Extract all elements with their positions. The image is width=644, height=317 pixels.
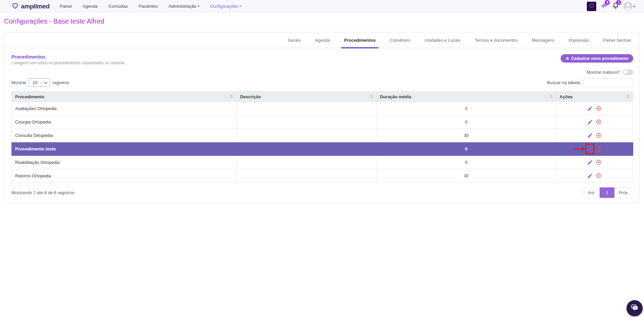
column-header-acoes[interactable]: Ações⇅ xyxy=(556,92,633,102)
table-row-highlighted: Procedimento teste 0 xyxy=(12,142,633,156)
description-cell xyxy=(236,156,376,169)
edit-pencil-icon[interactable] xyxy=(587,160,593,165)
show-inactive-label: Mostrar inativos? xyxy=(586,70,620,75)
procedure-name-cell: Retorno Ortopedia xyxy=(12,169,237,183)
edit-pencil-icon[interactable] xyxy=(587,106,593,111)
settings-card: Gerais Agenda Procedimentos Convênios Un… xyxy=(4,32,640,203)
brand-logo[interactable]: amplimed xyxy=(11,2,50,11)
deactivate-arrow-icon[interactable] xyxy=(596,146,602,152)
column-header-procedimento[interactable]: Procedimento⇅ xyxy=(12,92,237,102)
records-label: registros xyxy=(52,80,69,85)
user-menu[interactable]: ▾ xyxy=(623,2,635,11)
heart-icon xyxy=(589,3,595,10)
actions-cell xyxy=(556,169,633,183)
announcements-badge: 9 xyxy=(605,0,610,5)
sort-icon: ⇅ xyxy=(230,94,233,99)
sort-icon: ⇅ xyxy=(549,94,553,99)
duration-cell: 0 xyxy=(376,142,556,156)
actions-cell xyxy=(556,142,633,156)
edit-pencil-icon[interactable] xyxy=(587,146,593,152)
nav-item-painel[interactable]: Painel xyxy=(60,4,72,9)
column-header-descricao[interactable]: Descrição⇅ xyxy=(236,92,376,102)
section-subtitle: Listagem com todos os procedimentos cada… xyxy=(11,61,125,65)
description-cell xyxy=(236,115,376,129)
nav-item-configuracoes[interactable]: Configurações▾ xyxy=(210,4,241,9)
annotation-highlight-box xyxy=(587,146,593,152)
procedures-table: Procedimento⇅ Descrição⇅ Duração média⇅ … xyxy=(11,91,633,183)
avatar xyxy=(623,2,633,11)
tab-convenios[interactable]: Convênios xyxy=(389,32,411,48)
page-size-label: Mostrar xyxy=(11,80,26,85)
records-summary: Mostrando 1 até 6 de 6 registros xyxy=(11,190,74,195)
duration-cell: 30 xyxy=(376,169,556,183)
notifications-badge: 1 xyxy=(616,0,621,5)
tab-gerais[interactable]: Gerais xyxy=(287,32,301,48)
procedure-name-cell: Avaliações Ortopedia xyxy=(12,102,237,115)
description-cell xyxy=(236,129,376,142)
tab-agenda[interactable]: Agenda xyxy=(314,32,331,48)
chevron-down-icon: ▾ xyxy=(198,5,199,8)
annotation-arrow xyxy=(573,148,582,149)
actions-cell xyxy=(556,156,633,169)
pagination-next-button[interactable]: Próx. xyxy=(614,187,633,198)
top-navbar: amplimed Painel Agenda Consultas Pacient… xyxy=(0,0,644,13)
deactivate-arrow-icon[interactable] xyxy=(596,160,602,165)
toggle-knob xyxy=(623,70,628,74)
tab-impressao[interactable]: Impressão xyxy=(568,32,590,48)
sort-icon: ⇅ xyxy=(626,94,630,99)
nav-item-consultas[interactable]: Consultas xyxy=(108,4,128,9)
deactivate-arrow-icon[interactable] xyxy=(596,133,602,138)
edit-pencil-icon[interactable] xyxy=(587,119,593,125)
table-search-input[interactable] xyxy=(583,78,633,87)
procedure-name-cell: Procedimento teste xyxy=(12,142,237,156)
table-row: Cirurgia Ortopedia 0 xyxy=(12,115,633,129)
tab-painel-senhas[interactable]: Painel Senhas xyxy=(602,32,632,48)
tab-unidades-e-locais[interactable]: Unidades e Locais xyxy=(424,32,461,48)
procedure-name-cell: Consulta Ortopedia xyxy=(12,129,237,142)
chevron-down-icon: ▾ xyxy=(633,5,635,8)
actions-cell xyxy=(556,115,633,129)
pagination: Ant. 1 Próx. xyxy=(583,187,633,198)
show-inactive-toggle[interactable] xyxy=(623,69,633,75)
nav-item-administracao[interactable]: Administração▾ xyxy=(168,4,199,9)
edit-pencil-icon[interactable] xyxy=(587,173,593,179)
duration-cell: 0 xyxy=(376,102,556,115)
pagination-page-1[interactable]: 1 xyxy=(600,187,614,198)
section-title: Procedimentos xyxy=(11,54,125,60)
duration-cell: 30 xyxy=(376,129,556,142)
notifications-button[interactable]: 1 xyxy=(612,2,619,10)
chevron-down-icon xyxy=(44,80,47,85)
pagination-prev-button[interactable]: Ant. xyxy=(584,187,600,198)
nav-item-agenda[interactable]: Agenda xyxy=(83,4,98,9)
chevron-down-icon: ▾ xyxy=(239,5,241,8)
description-cell xyxy=(236,102,376,115)
deactivate-arrow-icon[interactable] xyxy=(596,173,602,179)
navbar-right-cluster: 9 1 ▾ xyxy=(587,2,635,11)
procedure-name-cell: Reabilitação Ortopedia xyxy=(12,156,237,169)
chat-support-button[interactable] xyxy=(627,300,643,316)
description-cell xyxy=(236,169,376,183)
deactivate-arrow-icon[interactable] xyxy=(596,119,602,125)
tab-procedimentos[interactable]: Procedimentos xyxy=(343,32,376,48)
page-size-select[interactable]: 10 xyxy=(29,78,50,87)
tab-mensagens[interactable]: Mensagens xyxy=(531,32,555,48)
amplimed-app-tile[interactable] xyxy=(587,2,596,11)
table-row: Reabilitação Ortopedia 0 xyxy=(12,156,633,169)
actions-cell xyxy=(556,102,633,115)
column-header-duracao-media[interactable]: Duração média⇅ xyxy=(376,92,556,102)
actions-cell xyxy=(556,129,633,142)
heart-icon xyxy=(11,2,19,11)
tab-termos-e-documentos[interactable]: Termos e documentos xyxy=(474,32,518,48)
page-title: Configurações - Base teste Alfred xyxy=(4,17,644,25)
plus-circle-icon: ⊕ xyxy=(565,56,569,61)
announcements-button[interactable]: 9 xyxy=(601,2,608,10)
main-nav: Painel Agenda Consultas Pacientes Admini… xyxy=(60,4,241,9)
nav-item-pacientes[interactable]: Pacientes xyxy=(139,4,158,9)
deactivate-arrow-icon[interactable] xyxy=(596,106,602,111)
edit-pencil-icon[interactable] xyxy=(587,133,593,138)
add-procedure-button[interactable]: ⊕ Cadastrar novo procedimento xyxy=(561,54,633,63)
brand-name: amplimed xyxy=(21,3,50,10)
chat-bubbles-icon xyxy=(630,303,639,313)
table-row: Retorno Ortopedia 30 xyxy=(12,169,633,183)
duration-cell: 0 xyxy=(376,115,556,129)
